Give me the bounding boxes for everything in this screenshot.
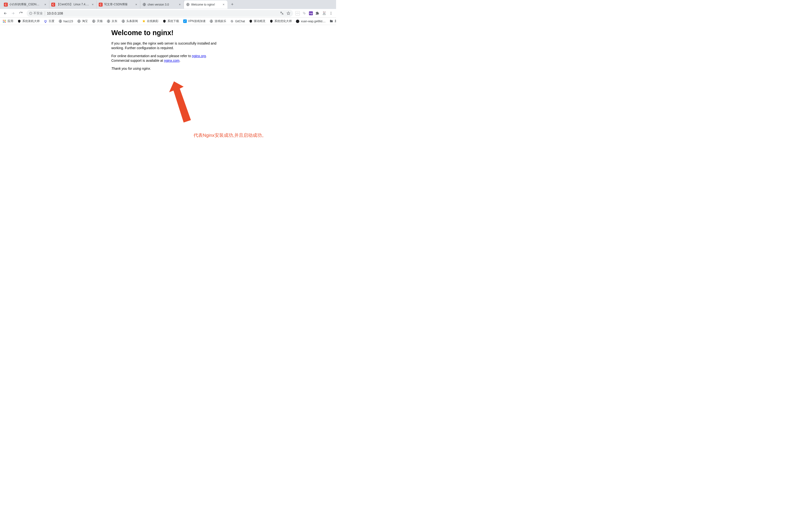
bookmark-label: 京东 (111, 19, 117, 23)
bookmark-label: 驱动精灵 (254, 19, 266, 23)
svg-rect-14 (4, 22, 5, 23)
bookmark-label: 系统优化大师 (274, 19, 292, 23)
gitchat-icon: G (230, 19, 234, 23)
annotation-text: 代表Nginx安装成功,并且启动成功。 (194, 132, 267, 138)
toolbar: 不安全 10.0.0.108 </> icp 🐰 (0, 9, 336, 18)
apps-icon (2, 19, 6, 23)
svg-rect-10 (3, 21, 4, 22)
bookmark-item[interactable]: G GitChat (230, 19, 245, 23)
extension-purple-icon[interactable]: icp (309, 11, 313, 15)
svg-rect-8 (4, 20, 5, 20)
tab-nginx-welcome[interactable]: Welcome to nginx! × (184, 0, 228, 9)
bookmark-label: 头条新闻 (126, 19, 138, 23)
page-paragraph-3: Thank you for using nginx. (111, 66, 225, 71)
svg-point-5 (331, 13, 331, 13)
close-icon[interactable]: × (43, 3, 47, 6)
forward-button[interactable] (10, 10, 16, 17)
csdn-favicon-icon: C (51, 3, 55, 6)
bookmark-label: 天猫 (97, 19, 103, 23)
bookmarks-bar: 应用 系统装机大师 百度 hao123 淘宝 天猫 京东 头条新闻 在线购彩 系… (0, 18, 336, 25)
bookmark-label: 系统装机大师 (22, 19, 40, 23)
bookmark-star-icon[interactable] (286, 11, 291, 15)
nginx-org-link[interactable]: nginx.org (192, 54, 206, 58)
devtools-icon[interactable]: </> (295, 11, 300, 15)
csdn-favicon-icon: C (4, 3, 8, 6)
page-paragraph-1: If you see this page, the nginx web serv… (111, 41, 225, 50)
tab-write-article[interactable]: C 写文章-CSDN博客 × (97, 0, 140, 9)
globe-icon (121, 19, 125, 23)
star-icon (142, 19, 146, 23)
extensions-icon[interactable] (315, 11, 320, 15)
bookmark-item[interactable]: 系统优化大师 (269, 19, 292, 23)
svg-point-6 (331, 14, 331, 15)
tab-title: 写文章-CSDN博客 (104, 2, 133, 6)
close-icon[interactable]: × (178, 3, 182, 6)
nginx-com-link[interactable]: nginx.com (164, 58, 180, 62)
bookmark-label: 系统下载 (168, 19, 179, 23)
globe-icon (209, 19, 213, 23)
bookmark-item[interactable]: 驱动精灵 (249, 19, 266, 23)
system-icon (269, 19, 273, 23)
tab-title: chen version 3.0 (148, 3, 176, 6)
svg-rect-9 (5, 20, 6, 20)
csdn-favicon-icon: C (99, 3, 103, 6)
bookmark-item[interactable]: hao123 (58, 19, 73, 23)
bookmark-item[interactable]: 京东 (106, 19, 117, 23)
bookmark-label: GitChat (235, 19, 245, 23)
bookmark-item[interactable]: xuan-wap.ge66d.... (296, 19, 325, 23)
nginx-welcome-body: Welcome to nginx! If you see this page, … (111, 29, 225, 71)
tab-csdn-blog[interactable]: C 小白轩的博客_CSDN博客-java,c × (2, 0, 49, 9)
bookmark-item[interactable]: 天猫 (92, 19, 103, 23)
close-icon[interactable]: × (222, 3, 226, 6)
tab-title: 【CentOS】 Linux 7.4.1708 (CO (57, 2, 89, 6)
translate-icon[interactable] (280, 11, 284, 15)
close-icon[interactable]: × (134, 3, 138, 6)
bookmark-folder[interactable]: 新建文件夹 (330, 19, 336, 23)
tab-title: Welcome to nginx! (191, 3, 220, 6)
insecure-badge[interactable]: 不安全 (29, 11, 45, 15)
tag-icon[interactable] (302, 11, 306, 15)
bookmark-label: 新建文件夹 (335, 19, 336, 23)
new-tab-button[interactable]: + (229, 1, 236, 8)
svg-point-4 (331, 12, 331, 12)
bookmark-item[interactable]: 系统下载 (162, 19, 179, 23)
address-bar[interactable]: 不安全 10.0.0.108 (27, 10, 293, 17)
svg-marker-27 (169, 81, 191, 123)
bookmark-item[interactable]: 百度 (44, 19, 54, 23)
bookmark-apps[interactable]: 应用 (2, 19, 13, 23)
page-content: Welcome to nginx! If you see this page, … (0, 25, 336, 71)
bookmark-item[interactable]: 游戏娱乐 (209, 19, 226, 23)
bookmark-label: 应用 (7, 19, 13, 23)
close-icon[interactable]: × (91, 3, 95, 6)
annotation-arrow-icon (169, 81, 193, 123)
bookmark-item[interactable]: 在线购彩 (142, 19, 158, 23)
svg-point-17 (46, 20, 46, 21)
baidu-icon (44, 19, 47, 23)
bookmark-item[interactable]: 系统装机大师 (17, 19, 40, 23)
tab-chen-version[interactable]: chen version 3.0 × (140, 0, 184, 9)
reload-button[interactable] (17, 10, 24, 17)
globe-icon (58, 19, 62, 23)
system-icon (17, 19, 21, 23)
page-title: Welcome to nginx! (111, 29, 225, 37)
system-icon (249, 19, 253, 23)
globe-icon (186, 3, 190, 6)
svg-rect-11 (4, 21, 5, 22)
back-button[interactable] (2, 10, 9, 17)
tab-centos[interactable]: C 【CentOS】 Linux 7.4.1708 (CO × (49, 0, 97, 9)
globe-icon (142, 3, 146, 6)
menu-icon[interactable] (329, 11, 333, 15)
vpn-icon: ✓ (183, 19, 187, 23)
tab-title: 小白轩的博客_CSDN博客-java,c (9, 2, 42, 6)
bookmark-label: 淘宝 (82, 19, 88, 23)
bookmark-item[interactable]: 淘宝 (77, 19, 88, 23)
round-icon (296, 19, 299, 23)
bookmark-item[interactable]: ✓ VPN游戏加速 (183, 19, 206, 23)
svg-rect-15 (5, 22, 6, 23)
toolbar-right: </> icp 🐰 (295, 11, 334, 15)
url-text: 10.0.0.108 (47, 11, 63, 15)
globe-icon (77, 19, 81, 23)
profile-avatar-icon[interactable]: 🐰 (322, 11, 326, 15)
bookmark-label: 游戏娱乐 (214, 19, 226, 23)
bookmark-item[interactable]: 头条新闻 (121, 19, 138, 23)
